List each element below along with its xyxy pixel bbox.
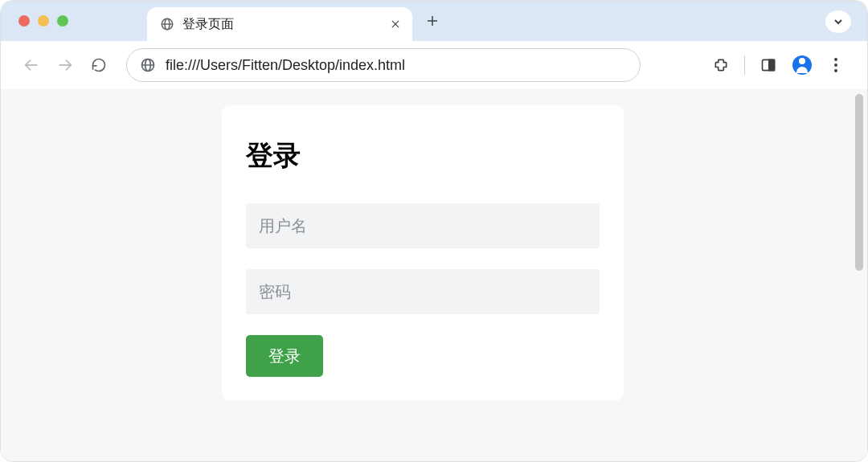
login-heading: 登录	[246, 137, 600, 174]
toolbar-right	[706, 50, 851, 80]
browser-tab[interactable]: 登录页面	[147, 7, 412, 41]
svg-rect-13	[769, 59, 775, 70]
avatar-icon	[792, 55, 812, 75]
browser-window: 登录页面	[0, 0, 868, 462]
page-viewport: 登录 登录	[1, 89, 867, 462]
window-traffic-lights	[18, 15, 68, 27]
side-panel-button[interactable]	[753, 50, 784, 80]
forward-button[interactable]	[51, 51, 80, 80]
close-icon[interactable]	[388, 17, 403, 31]
reload-button[interactable]	[84, 51, 113, 80]
extensions-button[interactable]	[706, 50, 736, 80]
address-bar[interactable]	[126, 48, 641, 82]
window-close-button[interactable]	[18, 15, 30, 27]
tab-dropdown-button[interactable]	[825, 10, 851, 33]
url-input[interactable]	[166, 57, 627, 74]
window-minimize-button[interactable]	[38, 15, 49, 27]
username-input[interactable]	[246, 203, 600, 248]
new-tab-button[interactable]	[419, 7, 446, 35]
toolbar	[1, 41, 867, 89]
scrollbar-thumb[interactable]	[855, 94, 863, 271]
globe-icon	[140, 57, 156, 73]
tab-bar: 登录页面	[1, 1, 867, 41]
tab-title: 登录页面	[182, 16, 380, 33]
login-button[interactable]: 登录	[246, 335, 323, 377]
password-input[interactable]	[246, 269, 600, 314]
separator	[744, 55, 745, 75]
back-button[interactable]	[17, 51, 46, 80]
menu-button[interactable]	[821, 50, 851, 80]
window-maximize-button[interactable]	[57, 15, 68, 27]
scrollbar[interactable]	[854, 94, 864, 458]
globe-icon	[160, 17, 174, 31]
kebab-icon	[834, 58, 837, 72]
profile-button[interactable]	[787, 50, 817, 80]
login-card: 登录 登录	[222, 105, 624, 401]
